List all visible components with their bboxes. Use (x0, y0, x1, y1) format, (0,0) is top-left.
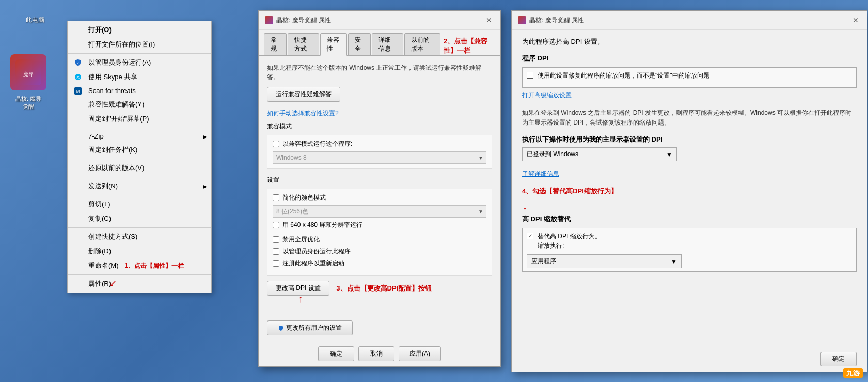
compat-mode-combo-wrapper: Windows 8 ▼ (273, 151, 486, 164)
context-menu-item-sendto[interactable]: 发送到(N) ▶ (68, 179, 211, 193)
separator (68, 227, 211, 228)
run-compat-button[interactable]: 运行兼容性疑难解答 (267, 87, 340, 102)
run-admin-label: 以管理员身份运行此程序 (282, 247, 351, 256)
context-menu-item-create-shortcut[interactable]: 创建快捷方式(S) (68, 230, 211, 244)
compat-mode-select[interactable]: Windows 8 (273, 151, 486, 164)
compat-mode-checkbox[interactable] (273, 141, 279, 147)
dpi-override-labels: 替代高 DPI 缩放行为。 缩放执行: (538, 232, 601, 250)
compat-mode-header: 兼容模式 (267, 122, 492, 131)
color-depth-combo-wrapper: 8 位(256)色 ▼ (273, 205, 486, 218)
register-restart-checkbox[interactable] (273, 260, 279, 267)
dialog-tabs-middle: 常规 快捷方式 兼容性 安全 详细信息 以前的版本 2、点击【兼容性】一栏 (259, 30, 500, 55)
dialog-compatibility: 晶核: 魔导觉醒 属性 ✕ 常规 快捷方式 兼容性 安全 详细信息 以前的版本 … (258, 10, 501, 367)
dpi-checked-box: ✓ (527, 233, 533, 239)
context-menu-item-skype[interactable]: S 使用 Skype 共享 (68, 70, 211, 84)
tab-compatibility[interactable]: 兼容性 (320, 33, 347, 56)
learn-more-link[interactable]: 了解详细信息 (522, 170, 857, 178)
context-menu-item-compat[interactable]: 兼容性疑难解答(Y) (68, 97, 211, 112)
context-menu-item-run-as-admin[interactable]: ✓ 以管理员身份运行(A) (68, 55, 211, 70)
high-dpi-sub-section: 4、勾选【替代高DPI缩放行为】 ↓ 高 DPI 缩放替代 ✓ 替代高 DPI … (522, 187, 857, 272)
scale-value-dropdown[interactable]: 应用程序 ▼ (527, 254, 682, 268)
scale-by-label: 缩放执行: (538, 241, 601, 250)
dialog-icon-middle (265, 16, 273, 24)
dpi-unchecked-box (527, 72, 533, 79)
shield-icon: ✓ (74, 58, 82, 67)
dialog-high-dpi: 晶核: 魔导觉醒 属性 ✕ 为此程序选择高 DPI 设置。 程序 DPI 使用此… (511, 10, 867, 372)
close-button-middle[interactable]: ✕ (484, 15, 494, 25)
context-menu-item-pin-start[interactable]: 固定到"开始"屏幕(P) (68, 112, 211, 126)
tab-security[interactable]: 安全 (348, 33, 371, 55)
simplified-color-checkbox[interactable] (273, 194, 279, 201)
change-dpi-area: 更改高 DPI 设置 3、点击【更改高DPI配置】按钮 ↑ (267, 281, 432, 296)
context-menu-item-7zip[interactable]: 7-Zip ▶ (68, 130, 211, 143)
register-restart-row: 注册此程序以重新启动 (273, 259, 486, 268)
context-menu-item-rename[interactable]: 重命名(M) 1、点击【属性】一栏 (68, 258, 211, 273)
context-menu: 打开(O) 打开文件所在的位置(I) ✓ 以管理员身份运行(A) S 使用 Sk… (67, 21, 212, 293)
red-arrow-dpi: ↑ (298, 293, 303, 305)
run-640-checkbox[interactable] (273, 222, 279, 228)
register-restart-label: 注册此程序以重新启动 (282, 259, 344, 268)
skype-icon: S (74, 73, 82, 81)
disable-fullscreen-row: 禁用全屏优化 (273, 235, 486, 244)
separator (68, 128, 211, 128)
run-640-row: 用 640 x 480 屏幕分辨率运行 (273, 221, 486, 230)
context-menu-item-properties[interactable]: 属性(R) ↙ (68, 277, 211, 291)
high-dpi-sub-title: 高 DPI 缩放替代 (522, 215, 857, 224)
right-info-text: 如果在登录到 Windows 之后主显示器的 DPI 发生更改，则程序可能看起来… (522, 108, 857, 128)
program-dpi-section: 程序 DPI 使用此设置修复此程序的缩放问题，而不是"设置"中的缩放问题 打开高… (522, 54, 857, 100)
annotation-3: 3、点击【更改高DPI配置】按钮 (336, 284, 432, 292)
context-menu-item-open[interactable]: 打开(O) (68, 23, 211, 37)
tab-details[interactable]: 详细信息 (372, 33, 403, 55)
game-icon[interactable]: 魔导 (10, 54, 46, 90)
monitor-dpi-combo-wrapper: 已登录到 Windows ▼ (522, 147, 677, 161)
dialog-content-middle: 如果此程序不能在这个版本的 Windows 上正常工作，请尝试运行兼容性疑难解答… (259, 55, 500, 320)
run-640-label: 用 640 x 480 屏幕分辨率运行 (282, 221, 362, 230)
context-menu-item-cut[interactable]: 剪切(T) (68, 197, 211, 211)
tab-shortcut[interactable]: 快捷方式 (288, 33, 319, 55)
info-section: 如果此程序不能在这个版本的 Windows 上正常工作，请尝试运行兼容性疑难解答… (267, 63, 492, 102)
run-admin-checkbox[interactable] (273, 248, 279, 255)
compat-mode-group: 以兼容模式运行这个程序: Windows 8 ▼ (267, 135, 492, 169)
sep-line (273, 233, 486, 233)
cancel-button-middle[interactable]: 取消 (358, 346, 394, 361)
compat-mode-checkbox-row: 以兼容模式运行这个程序: (273, 140, 486, 148)
dpi-checkbox-area: 使用此设置修复此程序的缩放问题，而不是"设置"中的缩放问题 (522, 67, 857, 88)
dpi-override-row: ✓ 替代高 DPI 缩放行为。 缩放执行: (527, 232, 852, 250)
context-menu-item-copy[interactable]: 复制(C) (68, 211, 211, 226)
compat-mode-section: 兼容模式 以兼容模式运行这个程序: Windows 8 ▼ (267, 122, 492, 169)
scale-value-combo-wrapper: 应用程序 ▼ (527, 254, 682, 268)
program-dpi-title: 程序 DPI (522, 54, 857, 63)
separator (68, 177, 211, 177)
pc-label: 此电脑 (26, 16, 44, 24)
disable-fullscreen-label: 禁用全屏优化 (282, 235, 320, 244)
logged-to-windows-dropdown[interactable]: 已登录到 Windows ▼ (522, 147, 677, 161)
context-menu-item-scan[interactable]: M Scan for threats (68, 84, 211, 97)
ok-button-middle[interactable]: 确定 (318, 346, 354, 361)
tab-general[interactable]: 常规 (264, 33, 287, 55)
dialog-title-middle: 晶核: 魔导觉醒 属性 (276, 16, 331, 25)
dialog-title-bar-middle: 晶核: 魔导觉醒 属性 ✕ (259, 11, 500, 30)
disable-fullscreen-checkbox[interactable] (273, 236, 279, 243)
context-menu-item-delete[interactable]: 删除(D) (68, 244, 211, 258)
how-to-link[interactable]: 如何手动选择兼容性设置? (267, 110, 339, 117)
svg-text:M: M (76, 89, 80, 94)
game-icon-label: 晶核: 魔导 觉醒 (15, 95, 41, 111)
ok-button-right[interactable]: 确定 (820, 352, 857, 366)
submenu-arrow-sendto: ▶ (203, 184, 207, 189)
compat-mode-label: 以兼容模式运行这个程序: (282, 140, 352, 148)
tab-prev-versions[interactable]: 以前的版本 (404, 33, 440, 55)
annotation-1: 1、点击【属性】一栏 (124, 262, 184, 269)
dialog-title-right: 晶核: 魔导觉醒 属性 (529, 16, 584, 25)
context-menu-item-open-location[interactable]: 打开文件所在的位置(I) (68, 37, 211, 52)
context-menu-item-restore[interactable]: 还原以前的版本(V) (68, 161, 211, 175)
right-dialog-footer: 确定 (512, 346, 867, 372)
watermark: 九游 (843, 369, 863, 378)
apply-button-middle[interactable]: 应用(A) (399, 346, 441, 361)
color-depth-select[interactable]: 8 位(256)色 (273, 205, 486, 218)
context-menu-item-pin-taskbar[interactable]: 固定到任务栏(K) (68, 143, 211, 157)
change-all-users-button[interactable]: 更改所有用户的设置 (267, 320, 353, 335)
open-advanced-link[interactable]: 打开高级缩放设置 (522, 91, 857, 100)
monitor-dpi-section: 执行以下操作时使用为我的主显示器设置的 DPI 已登录到 Windows ▼ (522, 135, 857, 161)
close-button-right[interactable]: ✕ (850, 15, 861, 25)
red-arrow-properties: ↙ (109, 278, 117, 289)
